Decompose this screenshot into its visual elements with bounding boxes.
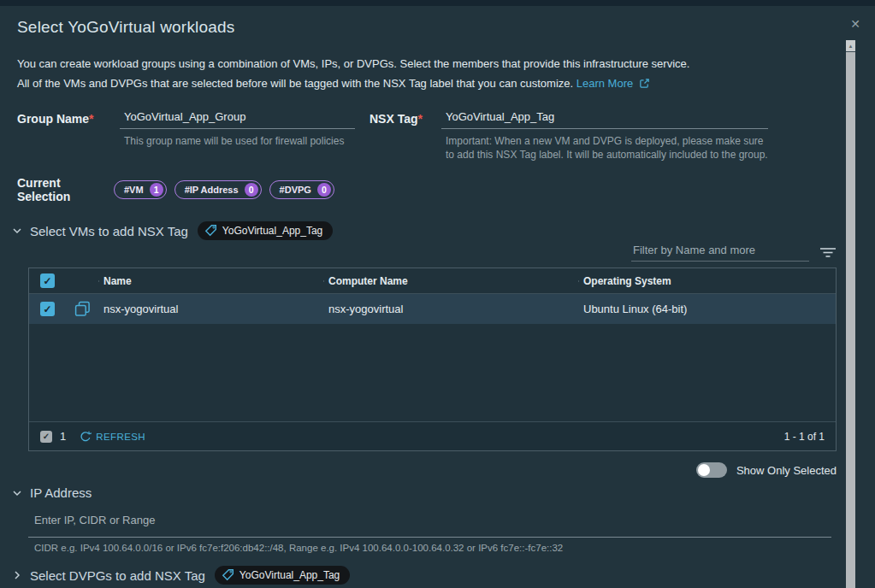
form-row: Group Name* YoGoVirtual_App_Group This g…	[17, 110, 837, 162]
table-empty-area	[29, 324, 836, 421]
vm-count-badge-label: #VM	[124, 185, 144, 195]
dialog-top-strip	[0, 0, 875, 6]
chevron-right-icon	[12, 570, 22, 580]
vm-tag-chip: YoGoVirtual_App_Tag	[198, 221, 333, 240]
nsx-tag-label: NSX Tag*	[370, 110, 441, 162]
row-cell-name: nsx-yogovirtual	[98, 303, 323, 315]
filter-input[interactable]	[631, 242, 809, 262]
vm-icon	[74, 301, 91, 317]
row-cell-computer-name: nsx-yogovirtual	[323, 303, 578, 315]
dvpg-tag-chip-label: YoGoVirtual_App_Tag	[239, 569, 340, 581]
vm-section-title: Select VMs to add NSX Tag	[30, 224, 188, 238]
ip-cidr-helper: CIDR e.g. IPv4 100.64.0.0/16 or IPv6 fc7…	[28, 543, 837, 553]
ip-count-badge: #IP Address 0	[174, 180, 262, 199]
row-icon-cell	[66, 301, 98, 317]
ip-cidr-input[interactable]	[28, 512, 831, 538]
header-checkbox-cell: ✓	[29, 273, 66, 288]
dvpg-count-badge-label: #DVPG	[280, 185, 311, 195]
group-name-label: Group Name*	[17, 110, 120, 162]
refresh-button[interactable]: REFRESH	[80, 431, 145, 443]
scrollbar-thumb[interactable]	[846, 52, 855, 588]
column-header-operating-system[interactable]: Operating System	[578, 275, 836, 287]
column-header-name[interactable]: Name	[98, 275, 323, 287]
show-only-selected-label: Show Only Selected	[736, 464, 837, 477]
learn-more-link[interactable]: Learn More	[576, 77, 633, 90]
vm-count-badge-count: 1	[150, 183, 163, 197]
close-icon[interactable]: ✕	[850, 18, 860, 30]
description: You can create workload groups using a c…	[17, 54, 837, 93]
show-only-selected-row: Show Only Selected	[17, 462, 837, 478]
footer-selected-count: 1	[60, 430, 66, 443]
refresh-label: REFRESH	[96, 432, 145, 442]
nsx-tag-field-block: YoGoVirtual_App_Tag Important: When a ne…	[441, 110, 768, 162]
ip-count-badge-label: #IP Address	[185, 185, 239, 195]
chevron-down-icon	[12, 226, 22, 236]
toggle-knob	[698, 464, 710, 476]
row-cell-operating-system: Ubuntu Linux (64-bit)	[578, 303, 836, 315]
description-line1: You can create workload groups using a c…	[17, 57, 689, 70]
vm-count-badge: #VM 1	[114, 180, 167, 199]
scrollbar-up-button[interactable]: ▲	[846, 40, 855, 51]
nsx-tag-column: NSX Tag* YoGoVirtual_App_Tag Important: …	[370, 110, 768, 162]
scrollbar[interactable]: ▲	[846, 40, 855, 588]
ip-section-title: IP Address	[30, 485, 92, 500]
tag-icon	[222, 568, 234, 581]
dialog-body: You can create workload groups using a c…	[0, 54, 875, 585]
filter-row	[17, 242, 837, 262]
dvpg-section-title: Select DVPGs to add NSX Tag	[30, 568, 205, 583]
required-asterisk: *	[418, 112, 423, 126]
filter-icon[interactable]	[819, 247, 837, 258]
dvpg-count-badge: #DVPG 0	[269, 180, 334, 199]
ip-count-badge-count: 0	[245, 183, 258, 197]
tag-icon	[204, 224, 217, 237]
dialog-header: Select YoGoVirtual workloads	[0, 6, 875, 44]
vm-table-footer: ✓ 1 REFRESH 1 - 1 of 1	[29, 421, 836, 450]
external-link-icon	[639, 78, 650, 89]
nsx-tag-helper: Important: When a new VM and DVPG is dep…	[441, 134, 768, 162]
group-name-helper: This group name will be used for firewal…	[120, 134, 355, 148]
group-name-field-block: YoGoVirtual_App_Group This group name wi…	[120, 110, 355, 162]
chevron-down-icon	[12, 488, 22, 498]
group-name-input[interactable]: YoGoVirtual_App_Group	[120, 110, 355, 129]
vm-section-header[interactable]: Select VMs to add NSX Tag YoGoVirtual_Ap…	[12, 221, 837, 240]
table-row[interactable]: ✓ nsx-yogovirtual nsx-yogovirtual Ubuntu…	[29, 294, 836, 324]
column-header-computer-name[interactable]: Computer Name	[323, 275, 578, 287]
vm-table-header: ✓ Name Computer Name Operating System	[29, 268, 836, 294]
select-all-checkbox[interactable]: ✓	[40, 273, 55, 288]
description-line2: All of the VMs and DVPGs that are select…	[17, 77, 573, 90]
dvpg-section-header[interactable]: Select DVPGs to add NSX Tag YoGoVirtual_…	[12, 566, 837, 585]
current-selection-label: Current Selection	[17, 176, 114, 203]
nsx-tag-input[interactable]: YoGoVirtual_App_Tag	[441, 110, 768, 129]
pagination-range: 1 - 1 of 1	[784, 431, 825, 443]
dvpg-count-badge-count: 0	[317, 183, 331, 197]
dvpg-tag-chip: YoGoVirtual_App_Tag	[215, 566, 350, 585]
page-title: Select YoGoVirtual workloads	[17, 18, 858, 37]
required-asterisk: *	[89, 112, 93, 126]
refresh-icon	[80, 431, 92, 443]
footer-selected-checkbox[interactable]: ✓	[40, 431, 52, 443]
row-checkbox-cell: ✓	[29, 302, 66, 316]
current-selection-row: Current Selection #VM 1 #IP Address 0 #D…	[17, 176, 837, 203]
dialog-select-workloads: Select YoGoVirtual workloads ✕ You can c…	[0, 0, 875, 585]
vm-table: ✓ Name Computer Name Operating System ✓ …	[28, 268, 837, 451]
row-checkbox[interactable]: ✓	[40, 302, 55, 316]
show-only-selected-toggle[interactable]	[696, 462, 727, 478]
vm-tag-chip-label: YoGoVirtual_App_Tag	[222, 225, 322, 237]
ip-section-header[interactable]: IP Address	[12, 485, 837, 500]
